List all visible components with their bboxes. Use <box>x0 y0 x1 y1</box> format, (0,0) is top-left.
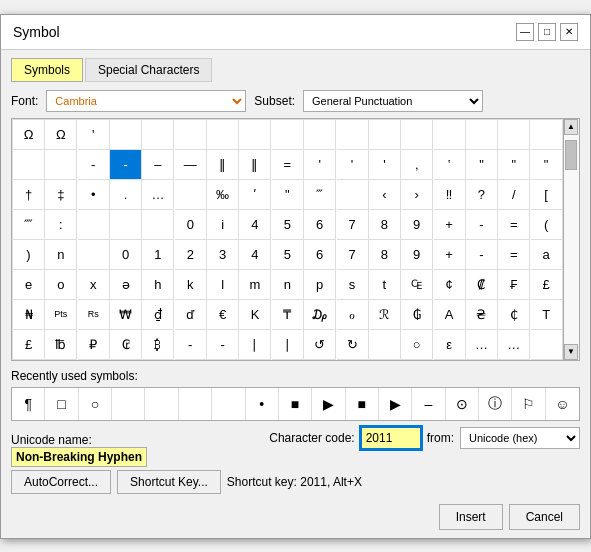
symbol-cell[interactable]: ‡ <box>45 180 77 210</box>
symbol-cell[interactable]: € <box>207 300 239 330</box>
symbol-cell[interactable]: ‴ <box>304 180 336 210</box>
symbol-cell[interactable]: - <box>78 150 110 180</box>
symbol-cell[interactable]: " <box>272 180 304 210</box>
recent-cell[interactable] <box>145 388 178 420</box>
symbol-cell[interactable]: 6 <box>304 210 336 240</box>
symbol-cell[interactable]: T <box>531 300 563 330</box>
symbol-cell[interactable]: - <box>466 210 498 240</box>
symbol-cell[interactable] <box>207 120 239 150</box>
symbol-cell[interactable]: ‛ <box>434 150 466 180</box>
recent-cell[interactable]: ⚐ <box>512 388 545 420</box>
symbol-cell[interactable]: ₩ <box>110 300 142 330</box>
symbol-cell[interactable]: 5 <box>272 210 304 240</box>
recent-cell[interactable]: □ <box>45 388 78 420</box>
symbol-cell[interactable]: 0 <box>175 210 207 240</box>
symbol-cell[interactable]: ₯ <box>304 300 336 330</box>
symbol-cell[interactable]: ‹ <box>369 180 401 210</box>
symbol-cell[interactable]: … <box>498 330 530 360</box>
symbol-cell[interactable]: ∣ <box>239 330 271 360</box>
symbol-cell[interactable]: 2 <box>175 240 207 270</box>
symbol-cell[interactable] <box>272 120 304 150</box>
symbol-cell[interactable]: l <box>207 270 239 300</box>
recent-cell[interactable] <box>112 388 145 420</box>
symbol-cell[interactable]: – <box>142 150 174 180</box>
symbol-cell[interactable]: ε <box>434 330 466 360</box>
symbol-cell[interactable]: Ω <box>45 120 77 150</box>
symbol-cell[interactable] <box>369 120 401 150</box>
symbol-cell[interactable]: ‼ <box>434 180 466 210</box>
symbol-cell[interactable]: ₽ <box>78 330 110 360</box>
symbol-cell[interactable]: = <box>498 210 530 240</box>
symbol-cell[interactable]: • <box>78 180 110 210</box>
symbol-cell[interactable]: " <box>498 150 530 180</box>
symbol-cell[interactable]: n <box>272 270 304 300</box>
symbol-cell[interactable]: ₴ <box>466 300 498 330</box>
symbol-cell[interactable]: ℔ <box>45 330 77 360</box>
symbol-cell[interactable] <box>337 180 369 210</box>
symbol-cell[interactable]: ↻ <box>337 330 369 360</box>
symbol-cell[interactable] <box>531 120 563 150</box>
recent-cell[interactable]: ○ <box>79 388 112 420</box>
scroll-track[interactable] <box>564 135 579 344</box>
symbol-cell[interactable]: = <box>498 240 530 270</box>
symbol-cell[interactable] <box>13 150 45 180</box>
symbol-cell[interactable]: ↺ <box>304 330 336 360</box>
minimize-button[interactable]: — <box>516 23 534 41</box>
subset-select[interactable]: General Punctuation <box>303 90 483 112</box>
symbol-cell[interactable]: ' <box>304 150 336 180</box>
symbol-cell[interactable]: 3 <box>207 240 239 270</box>
symbol-cell[interactable]: Ω <box>13 120 45 150</box>
symbol-cell[interactable]: 5 <box>272 240 304 270</box>
symbol-cell[interactable]: = <box>272 150 304 180</box>
symbol-cell[interactable]: … <box>466 330 498 360</box>
symbol-cell[interactable]: 9 <box>401 240 433 270</box>
recent-cell[interactable]: ▶ <box>312 388 345 420</box>
symbol-cell[interactable] <box>337 120 369 150</box>
symbol-cell[interactable]: ‖ <box>207 150 239 180</box>
symbol-cell[interactable]: " <box>466 150 498 180</box>
symbol-cell[interactable]: 7 <box>337 210 369 240</box>
symbol-cell[interactable]: 0 <box>110 240 142 270</box>
symbol-cell[interactable]: " <box>531 150 563 180</box>
symbol-cell[interactable]: › <box>401 180 433 210</box>
symbol-cell[interactable] <box>78 210 110 240</box>
recent-cell[interactable]: – <box>412 388 445 420</box>
symbol-cell[interactable]: ○ <box>401 330 433 360</box>
symbol-cell[interactable]: + <box>434 240 466 270</box>
symbol-cell[interactable]: - <box>466 240 498 270</box>
font-select[interactable]: Cambria <box>46 90 246 112</box>
symbol-cell[interactable]: a <box>531 240 563 270</box>
symbol-cell[interactable]: ‐ <box>175 330 207 360</box>
symbol-cell[interactable] <box>142 210 174 240</box>
symbol-cell[interactable]: m <box>239 270 271 300</box>
symbol-cell[interactable] <box>466 120 498 150</box>
symbol-cell[interactable]: ₸ <box>272 300 304 330</box>
symbol-cell[interactable]: . <box>110 180 142 210</box>
symbol-cell[interactable] <box>401 120 433 150</box>
symbol-cell[interactable]: 1 <box>142 240 174 270</box>
symbol-cell[interactable]: n <box>45 240 77 270</box>
symbol-cell[interactable]: ⁗ <box>13 210 45 240</box>
symbol-cell[interactable]: + <box>434 210 466 240</box>
symbol-cell[interactable]: K <box>239 300 271 330</box>
recent-cell[interactable]: ⊙ <box>446 388 479 420</box>
symbol-cell[interactable]: 4 <box>239 210 271 240</box>
symbol-cell[interactable]: Pts <box>45 300 77 330</box>
symbol-cell[interactable]: ? <box>466 180 498 210</box>
symbol-cell[interactable]: A <box>434 300 466 330</box>
symbol-cell[interactable]: ) <box>13 240 45 270</box>
symbol-cell[interactable]: ʹ <box>239 180 271 210</box>
symbol-cell[interactable]: 7 <box>337 240 369 270</box>
autocorrect-button[interactable]: AutoCorrect... <box>11 470 111 494</box>
shortcut-key-button[interactable]: Shortcut Key... <box>117 470 221 494</box>
symbol-cell[interactable] <box>110 210 142 240</box>
symbol-cell[interactable]: … <box>142 180 174 210</box>
symbol-cell[interactable]: ‰ <box>207 180 239 210</box>
symbol-cell[interactable]: i <box>207 210 239 240</box>
symbol-cell[interactable]: 6 <box>304 240 336 270</box>
symbol-cell[interactable]: ₵ <box>498 300 530 330</box>
from-select[interactable]: Unicode (hex) <box>460 427 580 449</box>
symbol-cell[interactable]: [ <box>531 180 563 210</box>
symbol-cell[interactable] <box>434 120 466 150</box>
recent-cell[interactable]: ¶ <box>12 388 45 420</box>
